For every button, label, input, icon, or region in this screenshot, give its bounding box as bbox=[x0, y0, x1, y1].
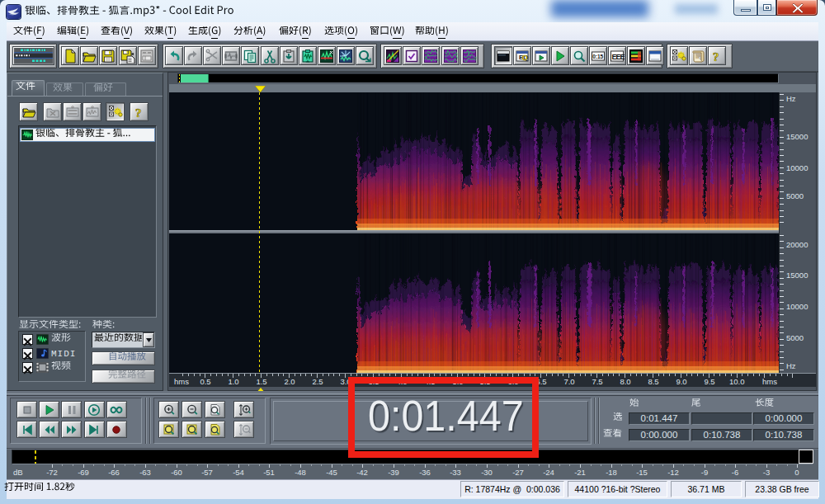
svg-text:0:15: 0:15 bbox=[592, 53, 603, 59]
svg-text:?: ? bbox=[713, 50, 719, 64]
svg-text:?: ? bbox=[135, 106, 142, 120]
svg-text:EEE: EEE bbox=[612, 52, 625, 60]
